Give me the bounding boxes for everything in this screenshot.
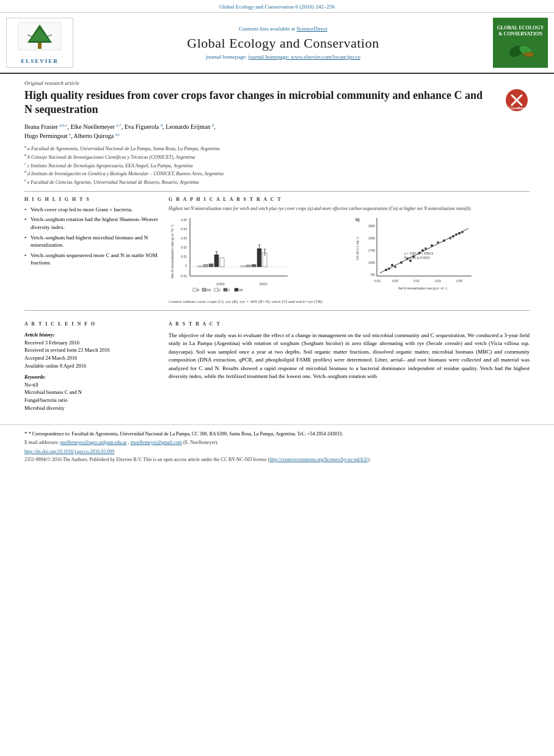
abstract-text: The objective of the study was to evalua… (169, 332, 530, 381)
divider-2 (24, 310, 530, 311)
svg-text:R²=0.38; p<0.0001: R²=0.38; p<0.0001 (404, 256, 430, 260)
svg-text:Cm (td 1.1 mg⁻¹): Cm (td 1.1 mg⁻¹) (355, 237, 359, 260)
doi-bar: Global Ecology and Conservation 6 (2016)… (0, 0, 554, 13)
correspondence-label: * Correspondence to: (29, 431, 70, 437)
svg-rect-32 (220, 258, 224, 267)
svg-text:1250: 1250 (368, 261, 374, 264)
email2[interactable]: enoellemeyer@gmail.com (131, 440, 182, 445)
affiliation-a: a a Facultad de Agronomía, Universidad N… (24, 144, 530, 153)
journal-logo-icon (504, 39, 538, 60)
journal-title: Global Ecology and Conservation (187, 35, 379, 51)
article-info-section: A R T I C L E I N F O Article history: R… (0, 316, 554, 412)
available-date: Available online 8 April 2016 (24, 362, 159, 370)
divider-1 (24, 191, 530, 192)
svg-text:CrossMark: CrossMark (509, 106, 525, 110)
svg-text:RN: RN (206, 288, 211, 292)
svg-text:R: R (197, 288, 200, 292)
svg-text:-0.01: -0.01 (180, 274, 188, 278)
keyword-1: No-till (24, 381, 159, 389)
svg-text:-0.02: -0.02 (373, 279, 381, 283)
svg-text:3000: 3000 (368, 224, 374, 228)
svg-point-68 (391, 264, 393, 266)
highlights-heading: H I G H L I G H T S (24, 197, 159, 202)
svg-rect-48 (224, 288, 227, 291)
svg-line-85 (380, 228, 468, 273)
info-two-col: A R T I C L E I N F O Article history: R… (24, 321, 530, 412)
svg-text:Net N mineralisation rate (g m: Net N mineralisation rate (g m⁻²d⁻¹) (170, 225, 174, 278)
license-text-start: 2351-9894/© 2016 The Authors. Published … (24, 457, 269, 462)
journal-center: Contents lists available at ScienceDirec… (79, 18, 487, 68)
crossmark-icon: CrossMark (505, 89, 528, 112)
article-history: Article history: Received 3 February 201… (24, 332, 159, 370)
chart-b-svg: b) Cm (td 1.1 mg⁻¹) 750 1250 1750 2250 3… (352, 215, 475, 294)
received-revised-date: Received in revised form 23 March 2016 (24, 346, 159, 354)
elsevier-logo-svg (15, 21, 64, 58)
elsevier-text: ELSEVIER (21, 58, 59, 64)
svg-rect-42 (193, 288, 197, 291)
footer-section: * * Correspondence to: Facultad de Agron… (0, 424, 554, 468)
keyword-3: Fungal/bacteria ratio (24, 396, 159, 404)
license-text: 2351-9894/© 2016 The Authors. Published … (24, 456, 530, 463)
svg-rect-28 (209, 264, 213, 267)
affiliation-c: c c Instituto Nacional de Tecnología Agr… (24, 161, 530, 170)
highlights-column: H I G H L I G H T S Vetch cover crop led… (24, 197, 159, 305)
svg-rect-50 (235, 288, 238, 291)
svg-text:C: C (219, 288, 221, 292)
svg-text:0: 0 (185, 264, 187, 267)
abstract-column: A B S T R A C T The objective of the stu… (169, 321, 530, 412)
svg-rect-34 (246, 265, 250, 267)
svg-rect-27 (203, 264, 208, 267)
correspondence-star: * (24, 431, 29, 437)
journal-header: ELSEVIER Contents lists available at Sci… (0, 13, 554, 74)
sciencedirect-text[interactable]: ScienceDirect (297, 26, 327, 32)
highlight-item-2: Vetch–sorghum rotation had the highest S… (24, 216, 159, 231)
journal-homepage: journal homepage: journal homepage: www.… (206, 54, 360, 60)
svg-text:0.02: 0.02 (414, 279, 420, 283)
article-section: Original research article High quality r… (0, 74, 554, 311)
doi-link-text[interactable]: http://dx.doi.org/10.1016/j.gecco.2016.0… (24, 449, 114, 454)
svg-text:y = 7287.2x + 2088.9: y = 7287.2x + 2088.9 (404, 252, 433, 255)
svg-text:b): b) (355, 217, 360, 222)
authors-text-2: Hugo Permingeat e, Alberto Quiroga a,c (24, 133, 120, 139)
affiliation-b: b b Consejo Nacional de Investigaciones … (24, 153, 530, 161)
svg-rect-1 (38, 43, 42, 49)
svg-text:0.05: 0.05 (181, 218, 187, 222)
graphical-abstract-heading: G R A P H I C A L A B S T R A C T (169, 197, 530, 202)
received-date: Received 3 February 2016 (24, 339, 159, 347)
email-note: E-mail addresses: noellemeyer@agro.unlpa… (24, 440, 530, 445)
svg-text:0.04: 0.04 (181, 227, 187, 231)
svg-text:2010: 2010 (216, 282, 225, 286)
affiliation-d: d d Instituto de Investigación en Genéti… (24, 169, 530, 178)
svg-text:0.01: 0.01 (181, 255, 187, 258)
authors-text: Ileana Frasier a,b,c, Elke Noellemeyer a… (24, 123, 216, 130)
article-type: Original research article (24, 80, 530, 86)
affiliations: a a Facultad de Agronomía, Universidad N… (24, 144, 530, 186)
graphical-abstract-column: G R A P H I C A L A B S T R A C T Highes… (169, 197, 530, 305)
journal-logo-text: GLOBAL ECOLOGY & CONSERVATION (496, 25, 545, 37)
svg-rect-35 (252, 264, 256, 267)
svg-text:2250: 2250 (368, 236, 374, 240)
authors: Ileana Frasier a,b,c, Elke Noellemeyer a… (24, 122, 530, 141)
svg-text:VR: VR (239, 288, 243, 292)
correspondence-note: * * Correspondence to: Facultad de Agron… (24, 430, 530, 438)
doi-footer-link[interactable]: http://dx.doi.org/10.1016/j.gecco.2016.0… (24, 449, 530, 454)
chart-legend: Control without cover crops (C), rye (R)… (169, 299, 530, 305)
svg-text:0.03: 0.03 (181, 236, 187, 240)
svg-rect-33 (241, 266, 245, 267)
article-title: High quality residues from cover crops f… (24, 89, 530, 117)
highlight-item-4: Vetch–sorghum sequestered more C and N i… (24, 252, 159, 267)
email1[interactable]: noellemeyer@agro.unlpam.edu.ar (60, 440, 127, 445)
highlights-list: Vetch cover crop led to more Gram + bact… (24, 206, 159, 267)
license-link[interactable]: http://creativecommons.org/licenses/by-n… (269, 457, 368, 462)
article-info-left: A R T I C L E I N F O Article history: R… (24, 321, 159, 412)
chart-b: b) Cm (td 1.1 mg⁻¹) 750 1250 1750 2250 3… (352, 215, 530, 296)
correspondence-text: Facultad de Agronomía, Universidad Nacio… (71, 431, 343, 437)
email-suffix: (E. Noellemeyer). (183, 440, 219, 445)
history-label: Article history: (24, 332, 159, 339)
homepage-link[interactable]: journal homepage: www.elsevier.com/locat… (249, 54, 360, 60)
svg-text:Net N mineralization rate (g m: Net N mineralization rate (g m⁻²d⁻¹) (398, 286, 447, 290)
sciencedirect-link[interactable]: Contents lists available at ScienceDirec… (239, 26, 327, 32)
email-label: E-mail addresses: (24, 440, 59, 445)
svg-point-72 (409, 260, 412, 262)
journal-logo-right: GLOBAL ECOLOGY & CONSERVATION (493, 18, 548, 68)
